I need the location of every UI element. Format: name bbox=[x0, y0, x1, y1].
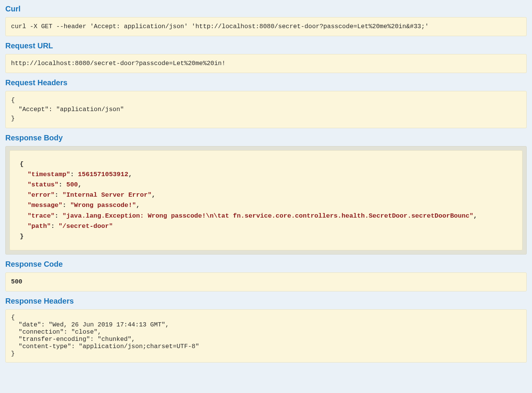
response-headers-box[interactable]: { "date": "Wed, 26 Jun 2019 17:44:13 GMT… bbox=[5, 309, 527, 363]
request-headers-box[interactable]: { "Accept": "application/json" } bbox=[5, 91, 527, 128]
request-url-box[interactable]: http://localhost:8080/secret-door?passco… bbox=[5, 54, 527, 73]
response-body-box[interactable]: { "timestamp": 1561571053912, "status": … bbox=[10, 150, 522, 251]
request-headers-section-title: Request Headers bbox=[5, 78, 527, 87]
curl-command-box[interactable]: curl -X GET --header 'Accept: applicatio… bbox=[5, 17, 527, 36]
response-body-outer: { "timestamp": 1561571053912, "status": … bbox=[5, 146, 527, 255]
response-code-box[interactable]: 500 bbox=[5, 272, 527, 291]
response-body-section-title: Response Body bbox=[5, 134, 527, 142]
response-headers-section-title: Response Headers bbox=[5, 297, 527, 305]
response-code-section-title: Response Code bbox=[5, 260, 527, 269]
curl-section-title: Curl bbox=[5, 5, 527, 13]
request-url-section-title: Request URL bbox=[5, 41, 527, 50]
